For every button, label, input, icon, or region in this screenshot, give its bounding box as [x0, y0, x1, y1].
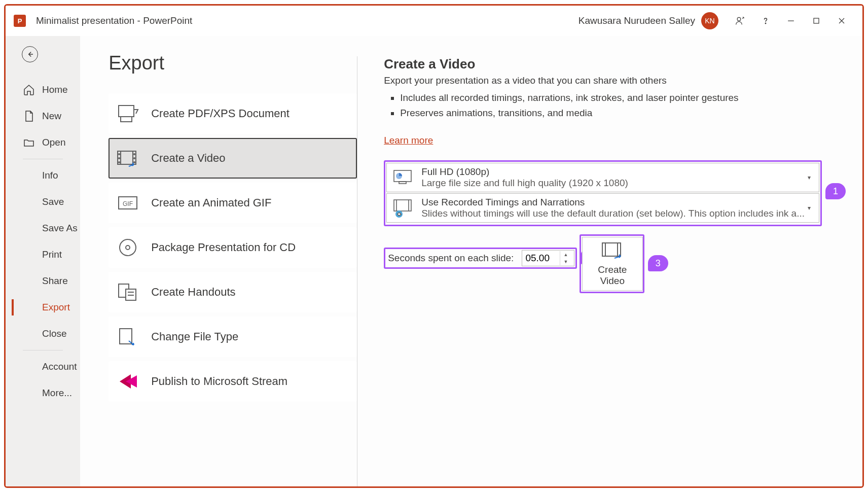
svg-rect-29: [399, 182, 406, 184]
timings-title: Use Recorded Timings and Narrations: [421, 197, 805, 208]
export-pdf[interactable]: Create PDF/XPS Document: [108, 93, 357, 134]
export-handouts[interactable]: Create Handouts: [108, 272, 357, 312]
detail-subtitle: Export your presentation as a video that…: [384, 75, 822, 86]
export-item-label: Package Presentation for CD: [151, 241, 296, 254]
minimize-button[interactable]: [778, 11, 804, 31]
export-gif[interactable]: GIF Create an Animated GIF: [108, 183, 357, 223]
nav-close[interactable]: Close: [6, 321, 80, 347]
export-item-label: Change File Type: [151, 330, 238, 343]
timings-icon: [392, 198, 413, 218]
seconds-input[interactable]: [522, 252, 560, 265]
annotation-box-3: 3 Create Video: [580, 234, 644, 293]
svg-point-17: [134, 162, 135, 163]
nav-new[interactable]: New: [6, 103, 80, 129]
nav-print[interactable]: Print: [6, 241, 80, 268]
nav-share[interactable]: Share: [6, 268, 80, 294]
export-item-label: Create an Animated GIF: [151, 196, 271, 209]
nav-label: Info: [42, 170, 58, 181]
nav-label: Account: [42, 361, 77, 372]
monitor-icon: [392, 167, 413, 188]
home-icon: [23, 84, 35, 96]
chevron-down-icon: ▾: [805, 174, 814, 181]
svg-text:GIF: GIF: [123, 200, 133, 207]
svg-point-20: [120, 239, 136, 256]
nav-label: Save As: [42, 223, 78, 234]
create-video-icon: [600, 241, 625, 261]
nav-label: Export: [42, 302, 70, 313]
svg-point-15: [134, 154, 135, 155]
create-btn-label1: Create: [598, 264, 627, 275]
nav-save[interactable]: Save: [6, 189, 80, 215]
nav-label: Print: [42, 249, 62, 260]
open-icon: [23, 136, 35, 149]
gif-icon: GIF: [116, 192, 140, 214]
close-button[interactable]: [829, 11, 854, 31]
learn-more-link[interactable]: Learn more: [384, 135, 433, 146]
annotation-box-2: 2 Seconds spent on each slide: ▲ ▼: [384, 248, 577, 269]
annotation-tag-3: 3: [648, 255, 668, 271]
nav-label: Close: [42, 328, 67, 339]
nav-label: Home: [42, 84, 68, 95]
export-item-label: Publish to Microsoft Stream: [151, 375, 287, 388]
detail-title: Create a Video: [384, 56, 822, 72]
nav-open[interactable]: Open: [6, 129, 80, 156]
nav-label: More...: [42, 388, 72, 399]
quality-title: Full HD (1080p): [421, 166, 805, 178]
timings-dropdown[interactable]: Use Recorded Timings and Narrations Slid…: [386, 193, 819, 223]
svg-rect-3: [814, 18, 819, 23]
seconds-label: Seconds spent on each slide:: [386, 251, 514, 266]
svg-point-13: [119, 158, 120, 159]
nav-export[interactable]: Export: [6, 294, 80, 321]
svg-rect-7: [119, 106, 134, 117]
export-video[interactable]: Create a Video: [108, 138, 357, 179]
nav-home[interactable]: Home: [6, 77, 80, 103]
document-title: Minimalist presentation - PowerPoint: [36, 15, 192, 26]
spinner-down[interactable]: ▼: [560, 258, 571, 265]
user-avatar[interactable]: KN: [701, 12, 718, 29]
user-name[interactable]: Kawusara Nurudeen Salley: [578, 15, 695, 26]
export-item-label: Create a Video: [151, 152, 225, 165]
maximize-button[interactable]: [804, 11, 829, 31]
powerpoint-app-icon: P: [14, 15, 26, 27]
svg-point-12: [119, 154, 120, 155]
export-cd[interactable]: Package Presentation for CD: [108, 227, 357, 268]
quality-subtitle: Large file size and full high quality (1…: [421, 178, 805, 189]
help-icon[interactable]: [753, 11, 778, 31]
nav-save-as[interactable]: Save As: [6, 215, 80, 241]
nav-label: Share: [42, 275, 68, 287]
change-filetype-icon: [116, 326, 140, 348]
svg-point-0: [737, 17, 741, 21]
nav-label: Save: [42, 196, 64, 207]
export-item-label: Create PDF/XPS Document: [151, 107, 290, 120]
timings-subtitle: Slides without timings will use the defa…: [421, 208, 805, 219]
video-icon: [116, 147, 140, 169]
svg-point-16: [134, 158, 135, 159]
back-button[interactable]: [22, 46, 38, 62]
nav-more[interactable]: More...: [6, 380, 80, 406]
new-icon: [23, 110, 35, 122]
backstage-sidebar: Home New Open Info Save Save As Print Sh…: [6, 36, 80, 486]
export-item-label: Create Handouts: [151, 286, 235, 299]
nav-info[interactable]: Info: [6, 162, 80, 189]
svg-point-1: [765, 23, 766, 23]
export-stream[interactable]: Publish to Microsoft Stream: [108, 361, 357, 402]
create-video-button[interactable]: Create Video: [582, 237, 643, 291]
cd-icon: [116, 236, 140, 259]
create-btn-label2: Video: [600, 275, 625, 287]
handouts-icon: [116, 281, 140, 303]
svg-point-14: [119, 162, 120, 163]
export-filetype[interactable]: Change File Type: [108, 317, 357, 357]
seconds-spinner[interactable]: ▲ ▼: [522, 250, 574, 266]
video-quality-dropdown[interactable]: Full HD (1080p) Large file size and full…: [386, 163, 819, 192]
annotation-tag-1: 1: [825, 183, 846, 199]
pdf-icon: [116, 102, 140, 125]
svg-rect-8: [121, 117, 132, 122]
nav-label: Open: [42, 137, 65, 148]
spinner-up[interactable]: ▲: [560, 251, 571, 258]
nav-account[interactable]: Account: [6, 354, 80, 380]
chevron-down-icon: ▾: [805, 204, 814, 212]
stream-icon: [116, 370, 140, 393]
page-title: Export: [108, 52, 357, 74]
coming-soon-icon[interactable]: [728, 11, 753, 31]
nav-label: New: [42, 111, 61, 122]
